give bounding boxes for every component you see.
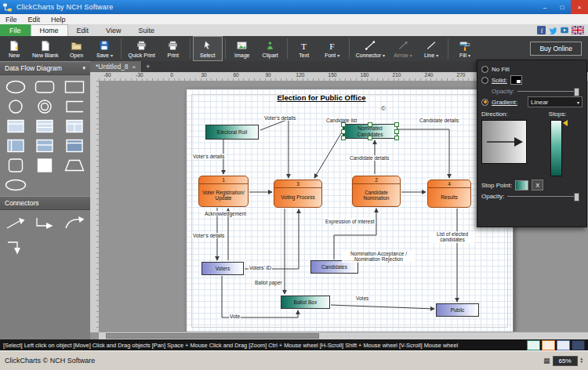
gradient-type-dropdown[interactable]: Linear ▾ xyxy=(528,96,583,107)
toolbar-new-blank-button[interactable]: New Blank xyxy=(28,36,62,61)
toolbar-text-button[interactable]: TText xyxy=(290,36,318,61)
node-electoral-roll[interactable]: Electoral Roll xyxy=(205,125,259,140)
selection-handle[interactable] xyxy=(341,136,346,140)
toolbar-select-button[interactable]: Select xyxy=(193,36,223,61)
tab-view[interactable]: View xyxy=(97,24,129,36)
close-button[interactable]: × xyxy=(571,0,588,14)
gradient-radio-icon[interactable] xyxy=(481,99,488,106)
node-voter-registration[interactable]: 1Voter Registration/ Update xyxy=(198,176,249,207)
menu-edit[interactable]: Edit xyxy=(23,16,46,24)
solid-label[interactable]: Solid: xyxy=(492,77,507,84)
facebook-icon[interactable]: f xyxy=(537,26,546,34)
orgchart-thumb-icon[interactable] xyxy=(542,340,555,350)
node-candidate-nomination[interactable]: 2Candidate Nomination xyxy=(352,176,401,207)
edge-label[interactable]: List of elected candidates xyxy=(430,231,475,243)
tab-close-icon[interactable]: × xyxy=(132,63,136,71)
connector-curve-arrow[interactable] xyxy=(60,212,89,236)
youtube-icon[interactable] xyxy=(560,26,569,34)
tab-suite[interactable]: Suite xyxy=(129,24,163,36)
toolbar-clipart-button[interactable]: Clipart xyxy=(256,36,285,61)
solid-opacity-slider[interactable] xyxy=(517,91,579,92)
copyright-symbol[interactable]: © xyxy=(381,105,386,112)
edge-label[interactable]: Candidate details xyxy=(419,118,459,123)
tab-edit[interactable]: Edit xyxy=(68,24,98,36)
stop-color-swatch[interactable] xyxy=(515,180,528,190)
edge-label[interactable]: Nomination Acceptance / Nomination Rejec… xyxy=(342,251,416,263)
edge-label[interactable]: Candidate details xyxy=(349,155,390,161)
slider-thumb[interactable] xyxy=(574,88,579,96)
toolbar-image-button[interactable]: Image xyxy=(228,36,256,61)
shape-trapezoid[interactable] xyxy=(60,155,89,175)
document-tab[interactable]: *Untitled_8 × xyxy=(90,61,142,72)
toolbar-connector-button[interactable]: Connector▾ xyxy=(352,36,389,61)
solid-fill-option[interactable]: Solid: xyxy=(481,74,583,85)
selection-handle[interactable] xyxy=(341,122,346,127)
edge-label[interactable]: Vote xyxy=(229,314,241,319)
grid-view-icon[interactable]: ▦ xyxy=(543,357,550,365)
shape-rounded-rect[interactable] xyxy=(31,77,60,96)
toolbar-save-button[interactable]: Save▾ xyxy=(90,36,118,61)
toolbar-fill-button[interactable]: Fill▾ xyxy=(451,36,479,61)
tab-home[interactable]: Home xyxy=(31,24,68,36)
toolbar-font-button[interactable]: FFont▾ xyxy=(318,36,347,61)
shape-band-dark[interactable] xyxy=(60,136,89,155)
maximize-button[interactable]: □ xyxy=(554,0,571,14)
shape-circle[interactable] xyxy=(1,96,31,116)
uk-flag-icon[interactable] xyxy=(572,26,584,34)
no-fill-radio-icon[interactable] xyxy=(481,66,488,73)
node-nominated-candidates[interactable]: Nominated Candidates xyxy=(343,124,397,139)
connector-straight-arrow[interactable] xyxy=(1,212,31,236)
shape-rect[interactable] xyxy=(60,77,89,96)
edge-label[interactable]: Voter's details xyxy=(263,115,296,121)
node-public[interactable]: Public xyxy=(436,303,479,317)
gradient-direction-preview[interactable] xyxy=(481,120,527,164)
selection-handle[interactable] xyxy=(394,129,399,134)
gradient-opacity-slider[interactable] xyxy=(507,196,579,197)
node-voters[interactable]: Voters xyxy=(201,262,244,275)
solid-color-swatch[interactable] xyxy=(510,75,522,85)
dark-thumb-icon[interactable] xyxy=(572,340,585,350)
no-fill-option[interactable]: No Fill xyxy=(481,63,583,74)
toolbar-arrow-button[interactable]: Arrow▾ xyxy=(389,36,417,61)
add-tab-button[interactable]: + xyxy=(142,61,154,72)
flowchart-thumb-icon[interactable] xyxy=(527,340,540,350)
shape-rounded-square[interactable] xyxy=(1,155,31,175)
gradient-stops-bar[interactable] xyxy=(550,120,562,176)
node-voting-process[interactable]: 3Voting Process xyxy=(274,180,322,208)
connector-elbow-arrow-down[interactable] xyxy=(1,236,31,259)
selection-handle[interactable] xyxy=(341,129,346,134)
shape-band-mid[interactable] xyxy=(31,136,60,155)
menu-file[interactable]: File xyxy=(0,16,23,24)
slider-thumb[interactable] xyxy=(574,193,579,201)
toolbar-print-button[interactable]: Print xyxy=(159,36,187,61)
shape-ellipse-wide[interactable] xyxy=(1,175,31,194)
toolbar-open-button[interactable]: Open xyxy=(62,36,90,61)
zoom-level[interactable]: 65% xyxy=(553,356,578,366)
shape-table-rows[interactable] xyxy=(31,116,60,136)
shape-band-left[interactable] xyxy=(1,136,31,155)
edge-label[interactable]: Ballot paper xyxy=(254,280,283,285)
gradient-stop-marker[interactable] xyxy=(563,120,568,126)
menu-help[interactable]: Help xyxy=(45,16,71,24)
shape-ellipse[interactable] xyxy=(1,77,31,96)
shape-table-top[interactable] xyxy=(1,116,31,136)
minimize-button[interactable]: – xyxy=(536,0,554,14)
palette-section-header[interactable]: Data Flow Diagram ▾ xyxy=(0,61,90,75)
selection-handle[interactable] xyxy=(368,122,372,127)
edge-label[interactable]: Acknowledgement xyxy=(204,211,247,216)
shape-open-store[interactable] xyxy=(60,96,89,116)
twitter-icon[interactable] xyxy=(548,26,557,34)
horizontal-scrollbar[interactable] xyxy=(99,332,588,339)
scrollbar-thumb[interactable] xyxy=(106,333,319,339)
gradient-fill-option[interactable]: Gradient: Linear ▾ xyxy=(481,96,583,107)
selection-handle[interactable] xyxy=(394,136,399,140)
zoom-out-icon[interactable]: ▼ xyxy=(580,361,583,365)
edge-label[interactable]: Expression of interest xyxy=(325,219,376,224)
buy-online-button[interactable]: Buy Online xyxy=(530,42,582,56)
connector-elbow-arrow[interactable] xyxy=(31,212,60,236)
shape-square-filled[interactable] xyxy=(31,155,60,175)
connectors-section-header[interactable]: Connectors xyxy=(0,196,90,210)
solid-radio-icon[interactable] xyxy=(481,77,488,84)
grid-thumb-icon[interactable] xyxy=(557,340,570,350)
node-ballot-box[interactable]: Ballot Box xyxy=(281,296,330,309)
